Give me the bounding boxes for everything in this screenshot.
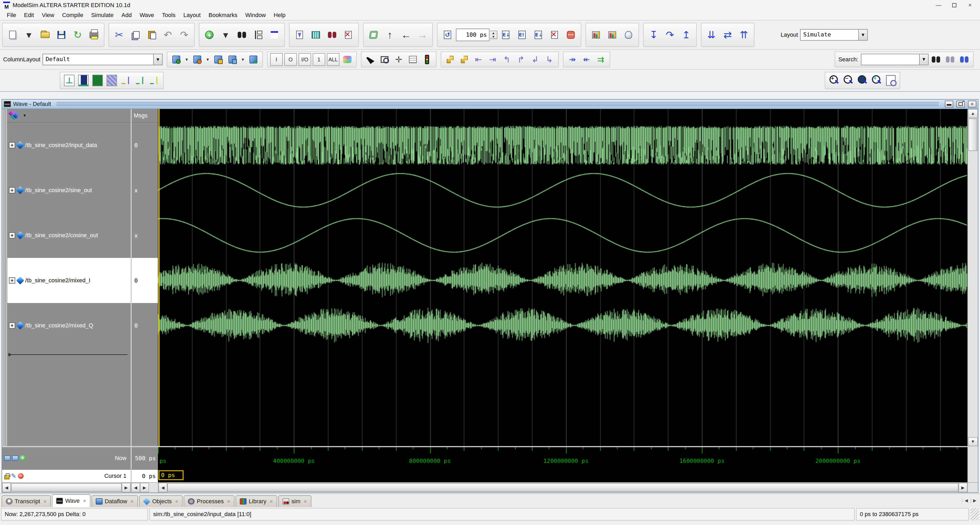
wave-undock-button[interactable] bbox=[956, 101, 965, 108]
scroll-right-button[interactable]: ▶ bbox=[958, 483, 967, 492]
scroll-right-button[interactable]: ▶ bbox=[122, 483, 130, 492]
filter-in-button[interactable]: I bbox=[270, 53, 283, 66]
memory-profile-button[interactable] bbox=[605, 26, 620, 44]
filter-out-button[interactable]: O bbox=[284, 53, 297, 66]
search-input[interactable] bbox=[861, 54, 919, 65]
tab-transcript[interactable]: Transcript✕ bbox=[2, 495, 51, 507]
edge-style-a-button[interactable] bbox=[119, 74, 133, 87]
edit-cursor-icon[interactable]: ✎ bbox=[11, 472, 16, 480]
menu-bookmarks[interactable]: Bookmarks bbox=[205, 11, 241, 20]
tabs-scroll-right-icon[interactable]: ▶ bbox=[970, 498, 978, 503]
save-button[interactable] bbox=[54, 26, 69, 44]
select-signals-icon[interactable] bbox=[4, 455, 11, 461]
stop-compile-button[interactable] bbox=[340, 26, 356, 44]
cursor-time-box[interactable]: 0 ps bbox=[158, 470, 184, 480]
wave-scroll-thumb[interactable] bbox=[167, 483, 958, 492]
zoom-mode-button[interactable] bbox=[378, 53, 391, 66]
search-options-button[interactable] bbox=[958, 53, 971, 66]
wave-horizontal-scrollbar[interactable]: ◀ ▶ bbox=[158, 483, 967, 492]
edge-style-c-button[interactable] bbox=[148, 74, 161, 87]
compile-button[interactable] bbox=[292, 26, 307, 44]
edge-style-b-button[interactable] bbox=[133, 74, 147, 87]
run-button[interactable] bbox=[498, 26, 514, 44]
menu-view[interactable]: View bbox=[38, 11, 58, 20]
layout-combo[interactable]: Simulate▼ bbox=[800, 29, 868, 41]
step-out-button[interactable]: ↥ bbox=[678, 26, 694, 44]
reload-button[interactable]: ↻ bbox=[70, 26, 86, 44]
scroll-left-button[interactable]: ◀ bbox=[2, 483, 11, 492]
expand-icon[interactable]: + bbox=[9, 277, 15, 284]
step-out-current-button[interactable]: ⇈ bbox=[736, 26, 752, 44]
save-format-button[interactable] bbox=[226, 53, 239, 66]
tab-close-icon[interactable]: ✕ bbox=[304, 499, 307, 504]
delete-cursor-button[interactable] bbox=[458, 53, 471, 66]
print-button[interactable] bbox=[86, 26, 102, 44]
wave-hatch-style-button[interactable] bbox=[105, 74, 119, 87]
signal-row[interactable]: +/tb_sine_cosine2/input_data bbox=[7, 123, 130, 168]
tab-processes[interactable]: Processes✕ bbox=[184, 495, 234, 507]
previous-rising-edge-button[interactable]: ↰ bbox=[500, 53, 514, 66]
signal-names-header[interactable]: ▼ bbox=[7, 109, 130, 123]
break-button[interactable] bbox=[547, 26, 562, 44]
new-file-button[interactable] bbox=[5, 26, 21, 44]
msgs-column-header[interactable]: Msgs bbox=[132, 109, 158, 123]
cursor-track[interactable]: 0 ps bbox=[158, 469, 967, 482]
tab-close-icon[interactable]: ✕ bbox=[83, 498, 86, 503]
undo-button[interactable]: ↶ bbox=[160, 26, 176, 44]
run-continue-button[interactable] bbox=[514, 26, 530, 44]
zoom-full-button[interactable] bbox=[856, 74, 869, 87]
compile-all-button[interactable] bbox=[308, 26, 324, 44]
collapse-time-button[interactable]: ↠ bbox=[566, 53, 579, 66]
run-length-spinner[interactable]: ▲▼ bbox=[490, 31, 497, 39]
zoom-cursor-button[interactable]: + bbox=[870, 74, 883, 87]
menu-window[interactable]: Window bbox=[242, 11, 269, 20]
column-layout-combo-dropdown-icon[interactable]: ▼ bbox=[153, 54, 162, 65]
tab-close-icon[interactable]: ✕ bbox=[227, 499, 230, 504]
scroll-left-button[interactable]: ◀ bbox=[131, 483, 140, 492]
performance-profile-button[interactable] bbox=[588, 26, 604, 44]
tab-close-icon[interactable]: ✕ bbox=[43, 499, 47, 504]
check-design-button[interactable] bbox=[324, 26, 340, 44]
stop-sim-button[interactable] bbox=[563, 26, 579, 44]
scroll-down-button[interactable]: ▼ bbox=[968, 437, 978, 446]
paste-button[interactable] bbox=[144, 26, 159, 44]
next-falling-edge-button[interactable]: ↳ bbox=[542, 53, 556, 66]
resize-grip[interactable] bbox=[970, 508, 979, 520]
waveform-display-area[interactable] bbox=[158, 109, 967, 446]
add-wave-button[interactable] bbox=[202, 26, 217, 44]
search-dropdown-icon[interactable]: ▼ bbox=[919, 54, 928, 65]
environment-up-button[interactable]: ↑ bbox=[382, 26, 398, 44]
group-dropdown-icon[interactable]: ▼ bbox=[22, 113, 27, 118]
find-button[interactable] bbox=[234, 26, 250, 44]
previous-falling-edge-button[interactable]: ↲ bbox=[528, 53, 542, 66]
environment-link-button[interactable] bbox=[366, 26, 382, 44]
wave-window-title-bar[interactable]: Wave - Default ▬ × bbox=[2, 100, 978, 109]
filter-all-button[interactable]: ALL bbox=[327, 53, 339, 66]
column-layout-combo[interactable]: Default▼ bbox=[43, 54, 162, 65]
tab-close-icon[interactable]: ✕ bbox=[270, 499, 273, 504]
spin-up-icon[interactable]: ▲ bbox=[490, 31, 497, 35]
menu-wave[interactable]: Wave bbox=[136, 11, 158, 20]
select-mode-button[interactable] bbox=[364, 53, 377, 66]
time-cursor-line[interactable] bbox=[158, 109, 159, 446]
cursor-row-names-cell[interactable]: ✎ Cursor 1 bbox=[2, 469, 130, 482]
tab-sim[interactable]: sim✕ bbox=[278, 495, 311, 507]
tabs-scroll-left-icon[interactable]: ◀ bbox=[962, 498, 970, 503]
delete-cursor-icon[interactable] bbox=[18, 473, 24, 479]
names-horizontal-scrollbar[interactable]: ◀ ▶ bbox=[2, 483, 130, 492]
tab-library[interactable]: Library✕ bbox=[235, 495, 277, 507]
next-rising-edge-button[interactable]: ↱ bbox=[514, 53, 528, 66]
previous-transition-button[interactable]: ⇤ bbox=[472, 53, 485, 66]
copy-button[interactable] bbox=[127, 26, 143, 44]
expand-icon[interactable]: + bbox=[9, 142, 15, 148]
modelsim-bookmark-button[interactable] bbox=[267, 26, 282, 44]
menu-compile[interactable]: Compile bbox=[59, 11, 87, 20]
wave-green-style-button[interactable] bbox=[91, 74, 104, 87]
stop-draw-button[interactable] bbox=[420, 53, 434, 66]
tab-dataflow[interactable]: Dataflow✕ bbox=[92, 495, 138, 507]
menu-file[interactable]: File bbox=[3, 11, 20, 20]
step-over-current-button[interactable]: ⇄ bbox=[720, 26, 735, 44]
force-signal-dropdown[interactable]: ▾ bbox=[184, 53, 190, 66]
collapse-all-time-button[interactable]: ⇉ bbox=[594, 53, 608, 66]
edit-mode-button[interactable] bbox=[406, 53, 420, 66]
